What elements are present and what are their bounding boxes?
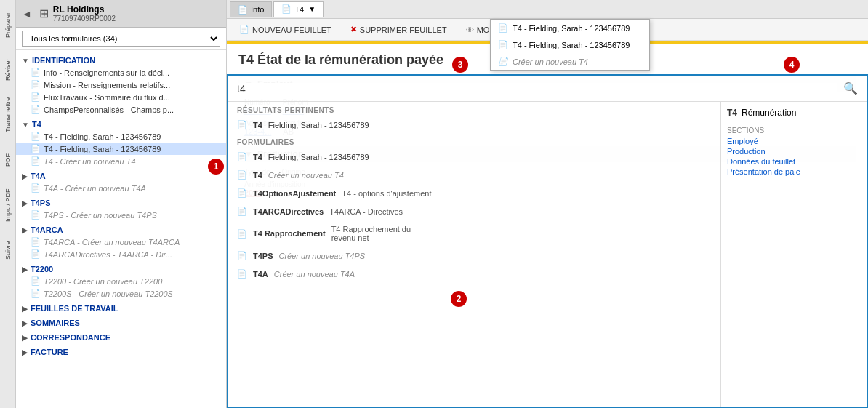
- search-result-form-6[interactable]: 📄 T4PS Créer un nouveau T4PS: [228, 247, 720, 265]
- tab-dropdown: 📄 T4 - Fielding, Sarah - 123456789 📄 T4 …: [490, 19, 650, 71]
- tab-t4-arrow[interactable]: ▼: [308, 5, 316, 13]
- vtool-reviser[interactable]: Réviser: [1, 48, 15, 92]
- nav-back-btn[interactable]: ◄: [22, 8, 32, 20]
- result-form-desc-3: T4 - options d'ajustement: [342, 189, 431, 198]
- tab-t4[interactable]: 📄 T4 ▼: [273, 1, 324, 17]
- search-overlay: 🔍 RÉSULTATS PERTINENTS 📄 T4 Fielding, Sa…: [227, 74, 868, 408]
- section-t4ps-header[interactable]: ▶ T4PS: [16, 197, 226, 209]
- section-identification-header[interactable]: ▼ IDENTIFICATION: [16, 55, 226, 66]
- nav-item-info[interactable]: 📄 Info - Renseignements sur la décl...: [16, 66, 226, 79]
- tab-dd-create[interactable]: 📄 Créer un nouveau T4: [491, 53, 649, 70]
- supprimer-feuillet-label: SUPPRIMER FEUILLET: [360, 25, 447, 34]
- dd-create-icon: 📄: [498, 57, 508, 66]
- tab-info-icon: 📄: [238, 5, 248, 15]
- sidebar-section-employe[interactable]: Employé: [727, 136, 861, 146]
- result-form-name-6: Créer un nouveau T4PS: [279, 252, 366, 260]
- section-facture-header[interactable]: ▶ FACTURE: [16, 346, 226, 358]
- nav-item-fluxtravaux[interactable]: 📄 FluxTravaux - Sommaire du flux d...: [16, 91, 226, 103]
- nav-item-t2200s-create[interactable]: 📄 T2200S - Créer un nouveau T2200S: [16, 287, 226, 300]
- nav-item-mission[interactable]: 📄 Mission - Renseignements relatifs...: [16, 79, 226, 91]
- nav-item-t2200s-create-label: T2200S - Créer un nouveau T2200S: [44, 289, 173, 298]
- tab-dd-item-1[interactable]: 📄 T4 - Fielding, Sarah - 123456789: [491, 20, 649, 36]
- result-file-icon-8: 📄: [237, 269, 247, 279]
- vtool-transmettre[interactable]: Transmettre: [1, 93, 15, 137]
- group-pertinents: RÉSULTATS PERTINENTS: [228, 102, 720, 116]
- section-facture-label: FACTURE: [31, 348, 68, 356]
- badge-1: 1: [208, 159, 224, 175]
- result-file-icon-3: 📄: [237, 170, 247, 180]
- result-file-icon-5: 📄: [237, 207, 247, 216]
- section-feuilles-header[interactable]: ▶ FEUILLES DE TRAVAIL: [16, 303, 226, 314]
- nouveau-feuillet-btn[interactable]: 📄 NOUVEAU FEUILLET: [233, 23, 338, 36]
- nav-item-t4ps-create[interactable]: 📄 T4PS - Créer un nouveau T4PS: [16, 209, 226, 221]
- vtool-pdf[interactable]: PDF: [1, 138, 15, 182]
- nav-item-t4arcadirectives[interactable]: 📄 T4ARCADirectives - T4ARCA - Dir...: [16, 248, 226, 260]
- nav-item-t4arca-create[interactable]: 📄 T4ARCA - Créer un nouveau T4ARCA: [16, 236, 226, 248]
- result-form-tag-3: T4OptionsAjustement: [253, 189, 336, 198]
- file-icon: 📄: [31, 183, 41, 193]
- supprimer-feuillet-btn[interactable]: ✖ SUPPRIMER FEUILLET: [344, 23, 454, 36]
- sidebar-section-donnees[interactable]: Données du feuillet: [727, 156, 861, 167]
- result-name-1: Fielding, Sarah - 123456789: [268, 121, 369, 129]
- result-file-icon-6: 📄: [237, 229, 247, 239]
- company-info: RL Holdings 771097409RP0002: [53, 4, 116, 23]
- nav-item-t4-2[interactable]: 📄 T4 - Fielding, Sarah - 123456789: [16, 143, 226, 155]
- section-correspondance-header[interactable]: ▶ CORRESPONDANCE: [16, 332, 226, 343]
- vtool-impr-pdf[interactable]: Impr. / PDF: [1, 183, 15, 227]
- arrow-t4arca: ▶: [22, 226, 28, 234]
- tab-dd-item-2[interactable]: 📄 T4 - Fielding, Sarah - 123456789: [491, 36, 649, 53]
- tab-dd-create-label: Créer un nouveau T4: [513, 57, 588, 66]
- vtool-preparer[interactable]: Préparer: [1, 3, 15, 47]
- group-formulaires: FORMULAIRES: [228, 134, 720, 148]
- search-icon[interactable]: 🔍: [843, 81, 858, 95]
- nav-item-t4-create-label: T4 - Créer un nouveau T4: [44, 157, 136, 166]
- nav-item-t4-1[interactable]: 📄 T4 - Fielding, Sarah - 123456789: [16, 130, 226, 143]
- search-input[interactable]: [237, 83, 837, 95]
- sidebar-section-production[interactable]: Production: [727, 146, 861, 156]
- tab-dd-item-2-label: T4 - Fielding, Sarah - 123456789: [513, 41, 630, 49]
- section-facture: ▶ FACTURE: [16, 345, 226, 359]
- section-sommaires-header[interactable]: ▶ SOMMAIRES: [16, 317, 226, 329]
- section-feuilles: ▶ FEUILLES DE TRAVAIL: [16, 301, 226, 316]
- page-content: T4 État de la rémunération payée ▼ Emplo…: [227, 44, 868, 408]
- search-result-form-5[interactable]: 📄 T4 Rapprochement T4 Rapprochement du r…: [228, 220, 720, 247]
- section-t4arca-header[interactable]: ▶ T4ARCA: [16, 224, 226, 236]
- file-icon: 📄: [31, 289, 41, 298]
- sidebar-form-sublabel: Rémunération: [742, 108, 796, 118]
- nav-dropdown-row: Tous les formulaires (34): [16, 28, 226, 50]
- vertical-toolbar: Préparer Réviser Transmettre PDF Impr. /…: [0, 0, 16, 408]
- main-area: 📄 Info 📄 T4 ▼ 📄 T4 - Fielding, Sarah - 1…: [227, 0, 868, 408]
- forms-dropdown[interactable]: Tous les formulaires (34): [22, 31, 220, 47]
- nav-panel: ◄ ⊞ RL Holdings 771097409RP0002 Tous les…: [16, 0, 227, 408]
- nav-item-t4a-create[interactable]: 📄 T4A - Créer un nouveau T4A: [16, 182, 226, 194]
- tab-info[interactable]: 📄 Info: [230, 1, 272, 17]
- nav-item-t2200-create-label: T2200 - Créer un nouveau T2200: [44, 277, 162, 286]
- search-result-form-3[interactable]: 📄 T4OptionsAjustement T4 - options d'aju…: [228, 184, 720, 202]
- section-t2200-header[interactable]: ▶ T2200: [16, 263, 226, 275]
- tab-t4-label: T4: [294, 5, 304, 14]
- arrow-feuilles: ▶: [22, 305, 28, 313]
- result-file-icon: 📄: [237, 120, 247, 129]
- nav-tree: ▼ IDENTIFICATION 📄 Info - Renseignements…: [16, 50, 226, 408]
- nav-item-t4-create[interactable]: 📄 T4 - Créer un nouveau T4: [16, 155, 226, 167]
- search-result-form-1[interactable]: 📄 T4 Fielding, Sarah - 123456789: [228, 148, 720, 166]
- file-icon: 📄: [31, 132, 41, 141]
- arrow-t4ps: ▶: [22, 199, 28, 207]
- nav-item-t2200-create[interactable]: 📄 T2200 - Créer un nouveau T2200: [16, 275, 226, 287]
- result-form-name-7: Créer un nouveau T4A: [274, 270, 355, 279]
- section-t4a-header[interactable]: ▶ T4A: [16, 170, 226, 182]
- section-correspondance-label: CORRESPONDANCE: [31, 333, 110, 342]
- arrow-correspondance: ▶: [22, 334, 28, 342]
- search-result-form-7[interactable]: 📄 T4A Créer un nouveau T4A: [228, 265, 720, 283]
- search-result-form-4[interactable]: 📄 T4ARCADirectives T4ARCA - Directives: [228, 202, 720, 220]
- vtool-suivre[interactable]: Suivre: [1, 228, 15, 272]
- result-form-tag-6: T4PS: [253, 252, 273, 260]
- nav-item-champs[interactable]: 📄 ChampsPersonnalisés - Champs p...: [16, 103, 226, 116]
- section-t4-header[interactable]: ▼ T4: [16, 119, 226, 130]
- tab-t4-icon: 📄: [281, 4, 292, 14]
- nav-item-t4-1-label: T4 - Fielding, Sarah - 123456789: [44, 132, 161, 141]
- arrow-identification: ▼: [22, 57, 29, 65]
- search-result-pertinent-1[interactable]: 📄 T4 Fielding, Sarah - 123456789: [228, 116, 720, 134]
- sidebar-section-presentation[interactable]: Présentation de paie: [727, 167, 861, 177]
- search-result-form-2[interactable]: 📄 T4 Créer un nouveau T4: [228, 166, 720, 184]
